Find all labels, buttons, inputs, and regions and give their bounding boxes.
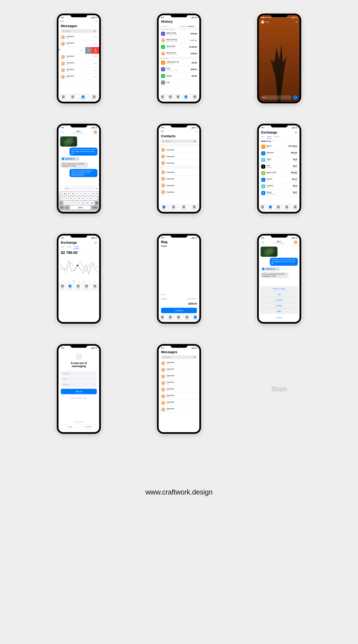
key-emoji[interactable]: ☺ (64, 206, 70, 210)
crypto-row[interactable]: ₿Bitcoin CashBCH$255.85-0.18% (259, 170, 300, 176)
voice-message[interactable]: 00:37 (60, 156, 80, 161)
transaction-row[interactable]: Nana FanningMastercard · 7682+$280.00 (159, 37, 199, 44)
keyboard[interactable]: QWERTYUIOPASDFGHJKL⇧ZXCVBNM⌫123☺spaceLab… (58, 191, 99, 212)
close-icon[interactable]: ✕ (296, 21, 298, 24)
key-I[interactable]: I (87, 192, 91, 196)
compose-icon[interactable]: + (96, 20, 97, 23)
tab-main[interactable]: Main (61, 285, 64, 288)
search-input[interactable]: 🔍Search🎤 (60, 29, 97, 33)
key-Y[interactable]: Y (79, 192, 83, 196)
search-input[interactable]: 🔍Search🎤 (161, 356, 197, 359)
contact-row[interactable]: Username (159, 182, 199, 189)
tab-main[interactable]: Main (161, 316, 164, 320)
google-button[interactable]: Google (61, 424, 78, 429)
market-tab-market[interactable]: Market (66, 246, 71, 249)
archive-button[interactable]: 🗄 (85, 47, 92, 54)
add-icon[interactable]: + (196, 130, 197, 133)
attach-icon[interactable]: ＋ (60, 187, 62, 190)
eye-icon[interactable]: 👁 (94, 384, 95, 385)
username-field[interactable]: Username (61, 371, 97, 376)
contact-row[interactable]: Username (159, 169, 199, 176)
key-B[interactable]: B (81, 201, 85, 205)
key-return[interactable]: Label (91, 206, 99, 210)
play-icon[interactable] (262, 268, 264, 270)
message-row[interactable]: UsernameText (159, 386, 199, 393)
portfolio-chart[interactable] (58, 256, 99, 280)
key-M[interactable]: M (90, 201, 94, 205)
contact-row[interactable]: Username (159, 176, 199, 182)
message-input[interactable]: Write (64, 187, 94, 190)
contact-row[interactable]: Username (159, 153, 199, 160)
mic-icon[interactable]: 🎤 (94, 30, 96, 32)
facebook-button[interactable]: Facebook (80, 424, 97, 429)
bell-icon[interactable] (295, 131, 297, 134)
key-G[interactable]: G (77, 196, 81, 200)
timescale-all[interactable]: All (94, 281, 95, 282)
tab-main[interactable]: Main (161, 96, 164, 99)
edit-link[interactable]: Edit (161, 130, 164, 132)
crypto-row[interactable]: ΞEthereumETH$451.66-1.47% (259, 150, 300, 157)
key-U[interactable]: U (83, 192, 87, 196)
transaction-row[interactable]: CCOSMastercard · 7682-$200.00 (159, 66, 199, 73)
mic-icon[interactable]: 🎤 (194, 356, 196, 358)
message-row[interactable]: UsernameText15:00 (58, 40, 99, 47)
tab-accounts[interactable]: Accounts (192, 96, 197, 99)
filter-icon[interactable]: ≡ (196, 26, 197, 27)
crypto-row[interactable]: ŁLitecoinLTC$67.07+5.78% (259, 176, 300, 183)
key-A[interactable]: A (61, 196, 64, 200)
message-row[interactable]: UsernameText15:00 (58, 47, 85, 54)
shipping-picker[interactable]: United States › (187, 298, 197, 300)
chat-image[interactable] (260, 246, 278, 257)
key-Z[interactable]: Z (64, 201, 68, 205)
voice-message[interactable]: 00:37 (260, 267, 280, 271)
send-icon[interactable]: ➤ (96, 187, 98, 190)
timescale-1m[interactable]: 1M (78, 281, 80, 282)
message-row[interactable]: UsernameText15:00 (58, 54, 99, 60)
tab-calls[interactable]: Calls (172, 206, 175, 210)
transaction-row[interactable]: ♪Spotify-$10.00 (159, 73, 199, 79)
transaction-row[interactable]: ☕Coffee Street 38Visa · 8245-$12.00 (159, 60, 199, 66)
key-N[interactable]: N (86, 201, 90, 205)
key-T[interactable]: T (75, 192, 79, 196)
back-button[interactable]: ‹ 64 (60, 131, 64, 134)
edit-link[interactable]: Edit (60, 20, 64, 22)
tab-wishlist[interactable]: Wishlist (177, 316, 180, 320)
message-row[interactable]: UsernameText15:00 (58, 74, 99, 80)
key-C[interactable]: C (72, 201, 76, 205)
tab-trade[interactable]: Trade (69, 285, 71, 288)
tab-account[interactable]: Account (93, 285, 97, 288)
avatar[interactable] (261, 20, 264, 24)
tab-settings[interactable]: Settings (192, 206, 196, 210)
key-J[interactable]: J (85, 196, 89, 200)
transaction-row[interactable]: Alan DenverMastercard · 7682-$700.00 (159, 50, 199, 57)
search-input[interactable]: 🔍Search🎤 (161, 140, 197, 143)
avatar[interactable] (294, 240, 298, 244)
timescale-1y[interactable]: 1Y (89, 281, 90, 282)
tab-calls[interactable]: Calls (71, 96, 74, 99)
message-row[interactable]: UsernameText (159, 380, 199, 386)
key-O[interactable]: O (91, 192, 95, 196)
key-P[interactable]: P (95, 192, 99, 196)
message-row[interactable]: UsernameText15:00 (58, 67, 99, 74)
tab-contacts[interactable]: Contacts (162, 206, 166, 210)
mic-icon[interactable]: 🎤 (194, 140, 196, 142)
checkout-button[interactable]: Checkout (161, 308, 197, 313)
key-L[interactable]: L (94, 196, 97, 200)
key-⌫[interactable]: ⌫ (95, 201, 99, 205)
crypto-row[interactable]: ◆CardaneADA$0.10-1.77% (259, 183, 300, 190)
key-K[interactable]: K (89, 196, 93, 200)
key-D[interactable]: D (69, 196, 72, 200)
timescale-1h[interactable]: 1H (63, 281, 64, 282)
tab-search[interactable]: Search (169, 316, 172, 320)
reply-input[interactable]: Text (261, 96, 292, 100)
transaction-row[interactable]: ✈Airline TicketMastercard · 7682-$756.00 (159, 30, 199, 37)
key-X[interactable]: X (68, 201, 72, 205)
bell-icon[interactable] (94, 242, 97, 244)
password-field[interactable]: Password👁 (61, 382, 97, 387)
market-tab-market[interactable]: Market (267, 136, 272, 139)
message-row[interactable]: UsernameText (159, 393, 199, 400)
contact-row[interactable]: Username (159, 160, 199, 166)
delete-button[interactable]: 🗑Delete (92, 47, 99, 54)
crypto-row[interactable]: ₿BitcoinBTC$16 195.04+0.69% (259, 144, 300, 150)
tab-main[interactable]: Main (261, 206, 264, 210)
